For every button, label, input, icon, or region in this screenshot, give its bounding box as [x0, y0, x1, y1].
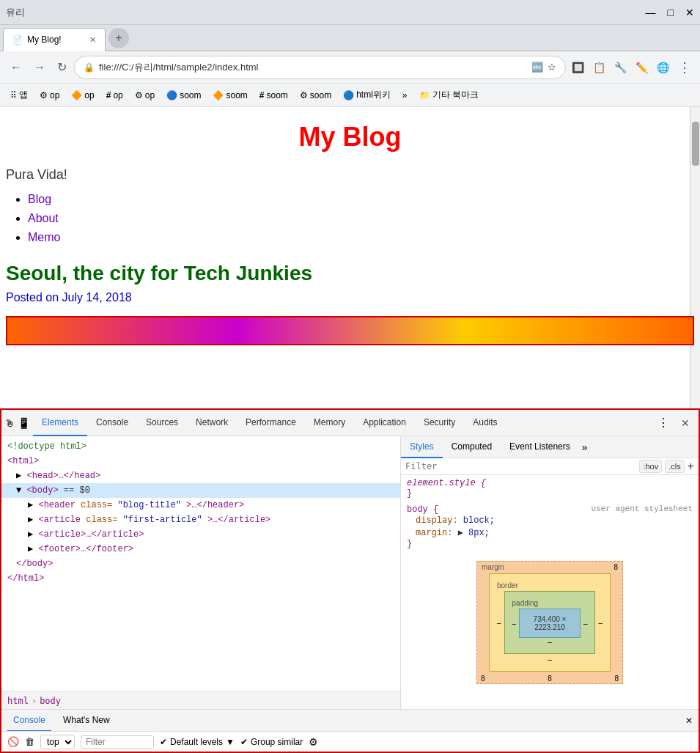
folder-icon: 📁 [419, 90, 430, 100]
head-expand-arrow[interactable]: ▶ [16, 471, 21, 481]
console-clear-icon[interactable]: 🗑 [25, 736, 34, 747]
tab-network[interactable]: Network [187, 410, 237, 436]
tab-elements[interactable]: Elements [33, 410, 87, 436]
cls-button[interactable]: .cls [665, 460, 685, 473]
browser-tab-myblog[interactable]: 📄 My Blog! ✕ [3, 28, 106, 51]
dom-line-header[interactable]: ▶ <header class= "blog-title" >…</header… [1, 498, 400, 513]
dom-line-footer[interactable]: ▶ <footer>…</footer> [1, 542, 400, 557]
bookmark-gh-2[interactable]: ⚙ op [130, 89, 159, 102]
extension-icon-2[interactable]: 📋 [590, 59, 608, 76]
bookmark-htmlwiki[interactable]: 🔵 html위키 [339, 87, 395, 103]
dom-line-article1[interactable]: ▶ <article class= "first-article" >…</ar… [1, 513, 400, 527]
tab-console[interactable]: Console [87, 410, 137, 436]
bookmark-apps[interactable]: ⠿ 앱 [6, 87, 32, 103]
styles-tab-more[interactable]: » [582, 441, 588, 453]
bookmark-github-1[interactable]: ⚙ op [35, 89, 64, 102]
extension-icon-4[interactable]: ✏️ [633, 59, 651, 76]
style-prop-margin: margin: ▶ 8px; [407, 526, 693, 539]
dom-line-head[interactable]: ▶ <head>…</head> [1, 469, 400, 483]
translate-icon[interactable]: 🔤 [531, 62, 543, 73]
console-levels-dropdown[interactable]: ✔ Default levels ▼ [160, 737, 235, 747]
border-bottom-val: – [497, 655, 603, 664]
extension-icon-5[interactable]: 🌐 [654, 59, 672, 76]
console-settings-gear[interactable]: ⚙ [309, 736, 318, 748]
padding-bottom-val: – [512, 638, 588, 646]
dom-line-article2[interactable]: ▶ <article>…</article> [1, 527, 400, 542]
more-options-icon[interactable]: ⋮ [675, 56, 694, 78]
reload-button[interactable]: ↻ [53, 57, 71, 77]
address-bar[interactable]: 🔒 file:///C:/유리/html/sample2/index.html … [74, 56, 566, 79]
breadcrumb-separator: › [32, 696, 37, 706]
checkbox-group-similar: ✔ [160, 737, 167, 747]
nav-link-about[interactable]: About [28, 212, 59, 224]
drive-icon-1: 🔶 [71, 90, 82, 100]
styles-filter-input[interactable] [405, 461, 636, 471]
hov-button[interactable]: :hov [639, 460, 662, 473]
dom-line-body[interactable]: ▼ <body> == $0 [1, 483, 400, 498]
styles-tab-styles[interactable]: Styles [401, 436, 443, 458]
bookmark-more[interactable]: » [398, 89, 412, 102]
bookmark-soom-2[interactable]: 🔶 soom [208, 89, 251, 102]
dom-line-html[interactable]: <html> [1, 454, 400, 469]
add-style-button[interactable]: + [688, 460, 694, 473]
devtools-more-button[interactable]: ⋮ [652, 416, 675, 430]
styles-content: element.style { } body { user agent styl… [401, 475, 699, 709]
nav-list: Blog About Memo [6, 190, 694, 247]
article2-expand-arrow[interactable]: ▶ [28, 529, 33, 540]
bookmark-soom-4[interactable]: ⚙ soom [295, 89, 336, 102]
console-filter-input[interactable] [81, 735, 154, 749]
device-icon[interactable]: 📱 [18, 417, 30, 429]
bookmark-other[interactable]: 📁 기타 북마크 [415, 87, 483, 103]
bookmark-hash-1[interactable]: # op [102, 89, 128, 102]
htmlwiki-icon: 🔵 [343, 90, 354, 100]
styles-tab-event-listeners[interactable]: Event Listeners [501, 436, 579, 458]
box-border: border – padding – [489, 573, 611, 672]
devtools-body: <!doctype html> <html> ▶ <head>…</head> … [1, 436, 699, 709]
header-expand-arrow[interactable]: ▶ [28, 500, 33, 510]
new-tab-button[interactable]: + [108, 28, 129, 48]
devtools-close-button[interactable]: ✕ [675, 417, 696, 429]
extension-icon-3[interactable]: 🔧 [611, 59, 630, 76]
breadcrumb-body[interactable]: body [40, 696, 61, 706]
extension-icon-1[interactable]: 🔲 [569, 59, 587, 76]
forward-button[interactable]: → [29, 58, 50, 77]
bookmark-soom-1[interactable]: 🔵 soom [162, 89, 205, 102]
console-target-select[interactable]: top [40, 735, 75, 749]
inspect-icon[interactable]: 🖱 [4, 417, 15, 429]
console-close-button[interactable]: ✕ [685, 716, 693, 726]
tab-close-icon[interactable]: ✕ [89, 35, 96, 45]
console-tab-console[interactable]: Console [7, 710, 51, 732]
title-bar-left: 유리 [6, 6, 25, 19]
soom-icon-4: ⚙ [300, 90, 308, 100]
title-bar: 유리 — □ ✕ [0, 0, 700, 25]
title-bar-user: 유리 [6, 6, 25, 19]
article1-expand-arrow[interactable]: ▶ [28, 515, 33, 525]
nav-item-blog: Blog [28, 190, 694, 209]
tab-application[interactable]: Application [354, 410, 415, 436]
bookmark-soom-3[interactable]: # soom [255, 89, 292, 102]
minimize-button[interactable]: — [646, 7, 656, 18]
tab-performance[interactable]: Performance [237, 410, 305, 436]
footer-expand-arrow[interactable]: ▶ [28, 544, 33, 554]
styles-filter-bar: :hov .cls + [401, 458, 699, 475]
tab-security[interactable]: Security [415, 410, 464, 436]
nav-link-blog[interactable]: Blog [28, 193, 51, 205]
dom-tree: <!doctype html> <html> ▶ <head>…</head> … [1, 436, 400, 691]
breadcrumb-html[interactable]: html [7, 696, 29, 706]
console-tab-whats-new[interactable]: What's New [57, 710, 116, 732]
tab-sources[interactable]: Sources [137, 410, 187, 436]
bookmark-star-icon[interactable]: ☆ [548, 62, 556, 73]
maximize-button[interactable]: □ [668, 7, 674, 18]
elements-panel: <!doctype html> <html> ▶ <head>…</head> … [1, 436, 401, 709]
styles-tab-computed[interactable]: Computed [443, 436, 501, 458]
body-expand-arrow[interactable]: ▼ [16, 485, 21, 496]
tab-audits[interactable]: Audits [464, 410, 506, 436]
group-similar-checkbox[interactable]: ✔ [240, 737, 248, 747]
back-button[interactable]: ← [6, 58, 26, 77]
nav-link-memo[interactable]: Memo [28, 231, 60, 243]
levels-dropdown-arrow[interactable]: ▼ [226, 737, 235, 747]
bookmark-drive-1[interactable]: 🔶 op [67, 89, 98, 102]
tab-memory[interactable]: Memory [305, 410, 354, 436]
close-button[interactable]: ✕ [685, 7, 694, 18]
styles-tab-bar: Styles Computed Event Listeners » [401, 436, 699, 458]
